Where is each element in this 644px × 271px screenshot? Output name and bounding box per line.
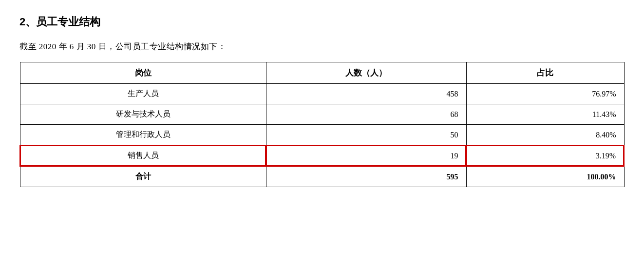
cell-position: 研发与技术人员 [20,104,266,125]
table-row: 合计595100.00% [20,166,624,187]
cell-ratio: 76.97% [466,84,624,104]
section-title: 2、员工专业结构 [19,15,625,29]
cell-position: 管理和行政人员 [20,125,266,146]
table-row: 生产人员45876.97% [20,84,624,104]
cell-position: 销售人员 [20,145,266,166]
table-header-row: 岗位 人数（人） 占比 [20,62,624,84]
cell-ratio: 8.40% [466,125,624,146]
cell-count: 458 [266,84,466,104]
col-header-position: 岗位 [20,62,266,84]
cell-count: 50 [266,125,466,146]
intro-text: 截至 2020 年 6 月 30 日，公司员工专业结构情况如下： [19,41,625,52]
cell-position: 生产人员 [20,84,266,104]
table-row: 研发与技术人员6811.43% [20,104,624,125]
cell-ratio: 100.00% [466,166,624,187]
table-row: 管理和行政人员508.40% [20,125,624,146]
cell-ratio: 3.19% [466,145,624,166]
col-header-ratio: 占比 [466,62,624,84]
table-row: 销售人员193.19% [20,145,624,166]
cell-ratio: 11.43% [466,104,624,125]
cell-count: 68 [266,104,466,125]
col-header-count: 人数（人） [266,62,466,84]
cell-count: 595 [266,166,466,187]
employee-structure-table: 岗位 人数（人） 占比 生产人员45876.97%研发与技术人员6811.43%… [19,62,625,187]
cell-count: 19 [266,145,466,166]
cell-position: 合计 [20,166,266,187]
